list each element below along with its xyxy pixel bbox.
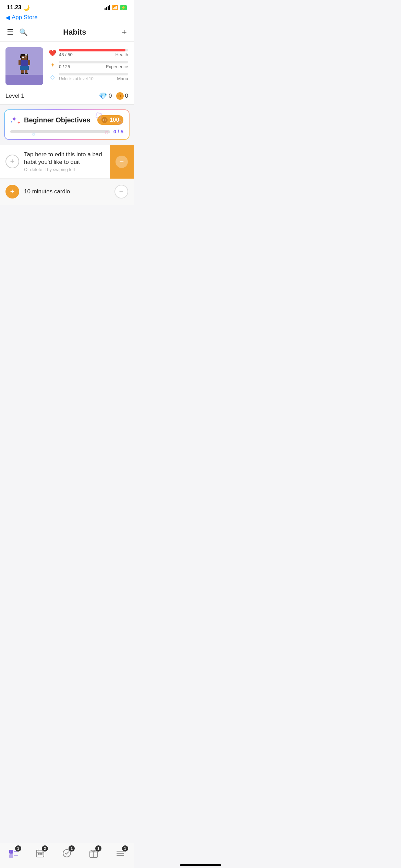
wifi-icon: 📶	[112, 5, 118, 10]
bad-habit-title: Tap here to edit this into a bad habit y…	[24, 151, 104, 166]
minus-icon: −	[119, 188, 124, 195]
habits-list: − + Tap here to edit this into a bad hab…	[0, 145, 134, 205]
stats-section: ❤️ 48 / 50 Health ✦ 0 / 25 Experi	[49, 47, 128, 81]
pixel-character	[16, 53, 33, 75]
svg-rect-18	[25, 73, 28, 74]
health-label: Health	[115, 52, 128, 57]
health-bar-wrap: 48 / 50 Health	[59, 49, 128, 57]
gems-count: 0	[109, 93, 112, 99]
swipe-action[interactable]: −	[110, 145, 134, 179]
character-section: ❤️ 48 / 50 Health ✦ 0 / 25 Experi	[0, 42, 134, 91]
objectives-title-group: ✦ ✦ ✦ Beginner Objectives	[10, 115, 90, 125]
character-avatar[interactable]	[5, 47, 43, 85]
svg-rect-5	[25, 57, 26, 58]
avatar-floor	[5, 75, 43, 85]
search-icon[interactable]: 🔍	[19, 28, 28, 36]
objectives-title: Beginner Objectives	[24, 116, 90, 124]
svg-rect-8	[25, 54, 27, 56]
mana-bar-bg	[59, 73, 128, 75]
experience-bar-bg	[59, 61, 128, 63]
sparkle-group: ✦ ✦ ✦	[10, 115, 21, 125]
plus-active-icon: +	[10, 188, 15, 195]
svg-rect-14	[20, 66, 29, 70]
gold-count: 0	[125, 93, 128, 99]
gold-coin-icon: H	[116, 92, 124, 100]
svg-rect-13	[28, 64, 30, 65]
bad-habit-content: Tap here to edit this into a bad habit y…	[24, 151, 104, 172]
svg-rect-4	[23, 57, 23, 58]
swipe-minus-icon[interactable]: −	[116, 156, 128, 168]
gem-icon: 💎	[99, 92, 107, 100]
experience-bar-wrap: 0 / 25 Experience	[59, 61, 128, 69]
svg-rect-17	[21, 73, 24, 74]
menu-icon[interactable]: ☰	[7, 28, 14, 37]
sparkle-blue-icon: ✦	[10, 120, 13, 124]
svg-rect-7	[20, 56, 21, 58]
deco-shape-3	[105, 131, 108, 134]
cardio-minus-button[interactable]: −	[114, 185, 128, 198]
bad-habit-subtitle: Or delete it by swiping left	[24, 167, 104, 172]
status-bar: 11.23 🌙 📶 ⚡	[0, 0, 134, 12]
mana-icon: ◇	[49, 74, 56, 80]
app-store-label[interactable]: App Store	[12, 14, 38, 21]
health-value: 48 / 50	[59, 52, 73, 57]
app-store-bar[interactable]: ◀ App Store	[0, 12, 134, 24]
objectives-fraction: 0 / 5	[113, 129, 123, 134]
currency-group: 💎 0 H 0	[99, 92, 128, 100]
mana-bar-wrap: Unlocks at level 10 Mana	[59, 73, 128, 81]
svg-rect-9	[21, 60, 28, 66]
add-button[interactable]: +	[122, 27, 127, 37]
mana-stat: ◇ Unlocks at level 10 Mana	[49, 73, 128, 81]
experience-label: Experience	[106, 64, 128, 69]
moon-icon: 🌙	[23, 4, 30, 11]
experience-stat: ✦ 0 / 25 Experience	[49, 61, 128, 69]
cardio-habit-item[interactable]: + 10 minutes cardio −	[0, 179, 134, 205]
bad-habit-wrapper: − + Tap here to edit this into a bad hab…	[0, 145, 134, 179]
mana-unlocks: Unlocks at level 10	[59, 76, 94, 81]
gold-currency: H 0	[116, 92, 128, 100]
deco-shape-4	[32, 133, 35, 136]
health-bar-bg	[59, 49, 128, 51]
signal-icon	[105, 5, 110, 10]
experience-value: 0 / 25	[59, 64, 70, 69]
battery-icon: ⚡	[120, 5, 127, 10]
bad-habit-plus-button[interactable]: +	[5, 155, 19, 168]
mana-label: Mana	[117, 76, 128, 81]
level-text: Level 1	[5, 93, 24, 99]
status-icons: 📶 ⚡	[105, 5, 127, 10]
health-bar-fill	[59, 49, 125, 51]
plus-icon: +	[10, 158, 15, 165]
health-icon: ❤️	[49, 49, 56, 57]
gems-currency: 💎 0	[99, 92, 112, 100]
objectives-card[interactable]: ✦ ✦ ✦ Beginner Objectives H 100 0 / 5	[4, 109, 130, 140]
page-title: Habits	[28, 28, 122, 37]
sparkle-red-icon: ✦	[17, 120, 21, 125]
svg-rect-12	[19, 64, 21, 65]
level-currency-row: Level 1 💎 0 H 0	[0, 91, 134, 105]
back-arrow-icon: ◀	[5, 14, 10, 21]
objectives-header: ✦ ✦ ✦ Beginner Objectives H 100	[10, 115, 123, 125]
top-nav: ☰ 🔍 Habits +	[0, 24, 134, 42]
health-stat: ❤️ 48 / 50 Health	[49, 49, 128, 57]
cardio-habit-content: 10 minutes cardio	[24, 188, 110, 195]
experience-icon: ✦	[49, 62, 56, 68]
status-time: 11.23	[7, 4, 22, 11]
cardio-habit-title: 10 minutes cardio	[24, 188, 110, 195]
bad-habit-item[interactable]: + Tap here to edit this into a bad habit…	[0, 145, 110, 179]
cardio-plus-button[interactable]: +	[5, 185, 19, 198]
reward-coin-icon: H	[101, 117, 108, 123]
nav-left: ☰ 🔍	[7, 28, 28, 37]
objectives-bar	[10, 130, 110, 133]
